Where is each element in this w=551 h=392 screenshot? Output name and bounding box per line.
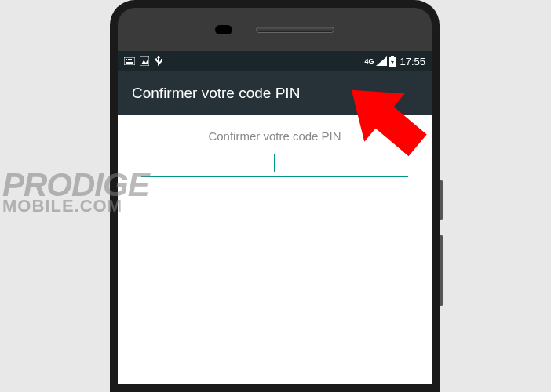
speaker-grille — [256, 27, 334, 33]
svg-marker-6 — [141, 60, 148, 64]
power-button[interactable] — [440, 180, 443, 220]
text-cursor — [274, 154, 276, 172]
svg-rect-4 — [126, 62, 133, 64]
keyboard-icon — [124, 57, 135, 65]
page-title: Confirmer votre code PIN — [132, 85, 300, 102]
proximity-sensor — [215, 25, 232, 34]
screen: 4G 17:55 Confirmer votre code PIN Confir… — [118, 51, 432, 384]
clock-label: 17:55 — [400, 56, 425, 67]
pin-hint-label: Confirmer votre code PIN — [141, 129, 408, 143]
phone-bezel: 4G 17:55 Confirmer votre code PIN Confir… — [118, 8, 432, 384]
earpiece-area — [118, 8, 432, 51]
svg-rect-2 — [128, 59, 130, 60]
volume-button[interactable] — [440, 235, 443, 306]
app-bar: Confirmer votre code PIN — [118, 71, 432, 115]
signal-icon — [376, 56, 387, 66]
svg-marker-7 — [376, 56, 387, 66]
watermark: PRODIGE MOBILE.COM — [2, 171, 149, 213]
phone-frame: 4G 17:55 Confirmer votre code PIN Confir… — [110, 0, 440, 392]
svg-rect-1 — [126, 59, 127, 60]
status-bar: 4G 17:55 — [118, 51, 432, 71]
content-area: Confirmer votre code PIN — [118, 115, 432, 384]
svg-rect-3 — [130, 59, 132, 60]
svg-rect-0 — [124, 57, 135, 65]
image-icon — [140, 56, 149, 66]
watermark-line1: PRODIGE — [2, 171, 149, 199]
svg-rect-9 — [391, 56, 394, 57]
battery-icon — [389, 56, 396, 67]
pin-input-container[interactable] — [141, 151, 408, 182]
network-type-label: 4G — [364, 57, 374, 65]
usb-icon — [154, 56, 163, 67]
